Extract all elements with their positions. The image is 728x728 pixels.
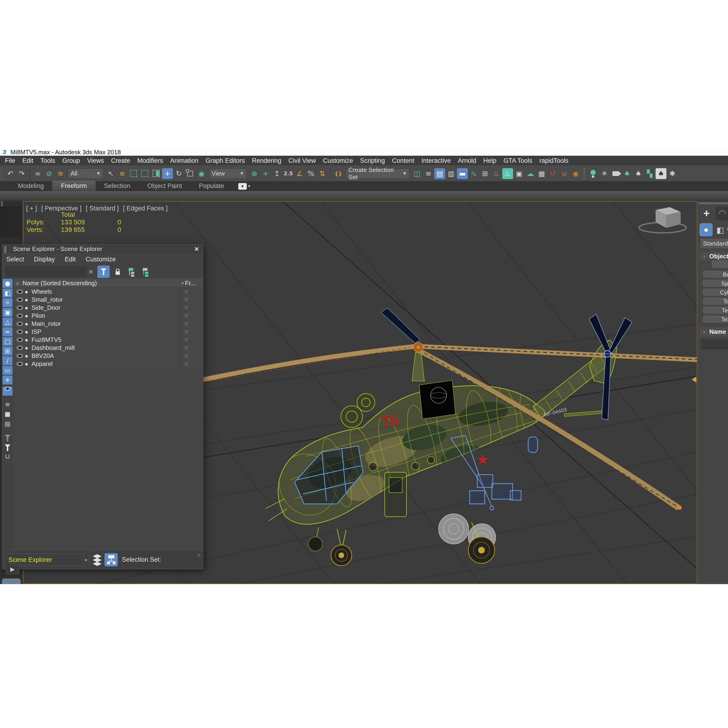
object-dot-icon[interactable]: ● xyxy=(25,321,28,327)
viewport-menu-renderer[interactable]: [ Standard ] xyxy=(86,205,119,212)
tab-selection[interactable]: Selection xyxy=(96,181,139,191)
schematic-view-icon[interactable]: ⊞ xyxy=(480,168,491,179)
container-tray-icon[interactable]: ⊔ xyxy=(3,452,12,461)
layers-icon[interactable] xyxy=(91,554,103,566)
rectangular-selection-region-icon[interactable] xyxy=(128,168,139,179)
list-item-main-rotor[interactable]: ●Main_rotor✳ xyxy=(14,320,203,328)
note-page-icon[interactable]: ▤ xyxy=(3,419,12,428)
expand-arrow-button[interactable]: ▶ xyxy=(6,564,19,575)
overflow-chevrons-icon[interactable]: » xyxy=(198,552,201,558)
visibility-eye-icon[interactable] xyxy=(17,314,23,318)
box-button[interactable]: Bo xyxy=(703,271,728,278)
lights-category-icon[interactable]: ○ xyxy=(726,225,728,236)
select-object-icon[interactable]: ↖ xyxy=(106,168,116,179)
frozen-snowflake-icon[interactable]: ✳ xyxy=(180,336,203,344)
gear-icon[interactable]: ✱ xyxy=(667,168,678,179)
tab-populate[interactable]: Populate xyxy=(190,181,232,191)
viewport-menu-shading[interactable]: [ Edged Faces ] xyxy=(123,205,167,212)
rendered-frame-window-icon[interactable]: ▣ xyxy=(514,168,525,179)
toggle-layer-explorer-icon[interactable]: ▥ xyxy=(446,168,456,179)
object-dot-icon[interactable]: ● xyxy=(25,297,28,303)
name-color-rollout[interactable]: ▼Name a xyxy=(699,327,728,336)
primitive-type-dropdown[interactable]: Standard P xyxy=(700,238,728,249)
named-selection-set-field[interactable]: Create Selection Set▼ xyxy=(346,168,410,179)
select-link-icon[interactable]: ∞ xyxy=(32,168,43,179)
clear-search-icon[interactable]: × xyxy=(86,268,96,276)
create-tab-icon[interactable]: + xyxy=(700,207,713,220)
list-item-pilon[interactable]: ●Pilon✳ xyxy=(14,312,203,320)
render-in-cloud-icon[interactable]: ☁ xyxy=(525,168,536,179)
menu-item-file[interactable]: File xyxy=(2,157,19,164)
menu-item-edit[interactable]: Edit xyxy=(19,157,37,164)
snaps-toggle-icon[interactable]: 2.5 xyxy=(283,168,294,179)
percent-snap-icon[interactable]: % xyxy=(306,168,317,179)
ribbon-collapsed-strip[interactable] xyxy=(0,191,728,201)
list-item-b8v20a[interactable]: ●B8V20A✳ xyxy=(14,352,203,360)
crossing-selection-icon[interactable] xyxy=(139,168,150,179)
menu-item-rapidtools[interactable]: rapidTools xyxy=(536,157,572,164)
frozen-snowflake-icon[interactable]: ✳ xyxy=(180,360,203,368)
object-dot-icon[interactable]: ● xyxy=(25,304,28,311)
visibility-eye-icon[interactable] xyxy=(17,298,23,302)
shapes-category-icon[interactable]: ◧ xyxy=(714,225,726,236)
select-by-name-icon[interactable]: ≡ xyxy=(117,168,128,179)
tree-list-icon[interactable]: ♠ xyxy=(633,168,644,179)
select-and-move-icon[interactable]: + xyxy=(162,168,173,179)
hierarchy-view-button[interactable] xyxy=(104,553,118,566)
list-item-dashboard-mi8[interactable]: ●Dashboard_mi8✳ xyxy=(14,344,203,352)
object-type-rollout[interactable]: ▼Object xyxy=(699,251,728,261)
geometry-category-icon[interactable]: ● xyxy=(699,223,713,236)
material-editor-icon[interactable]: ♨ xyxy=(491,168,502,179)
display-lights-icon[interactable]: ☼ xyxy=(3,298,12,307)
tree-page-icon[interactable]: ♠ xyxy=(656,168,667,179)
object-dot-icon[interactable]: ● xyxy=(25,289,28,295)
collapse-hierarchy-icon[interactable] xyxy=(140,266,152,278)
align-icon[interactable]: ≡ xyxy=(423,168,434,179)
toggle-scene-explorer-icon[interactable]: ▤ xyxy=(434,168,445,179)
menu-item-views[interactable]: Views xyxy=(84,157,107,164)
tab-freeform[interactable]: Freeform xyxy=(52,181,96,191)
menu-item-animation[interactable]: Animation xyxy=(167,157,202,164)
frozen-snowflake-icon[interactable]: ✳ xyxy=(180,312,203,320)
edit-named-selection-sets-icon[interactable]: {} xyxy=(333,168,344,179)
frozen-snowflake-icon[interactable]: ✳ xyxy=(180,328,203,336)
list-item-fuz8mtv5[interactable]: ●Fuz8MTV5✳ xyxy=(14,336,203,344)
curve-editor-icon[interactable]: ∿ xyxy=(468,168,479,179)
explorer-menu-edit[interactable]: Edit xyxy=(65,256,76,263)
visibility-eye-icon[interactable] xyxy=(17,330,23,334)
selection-filter-dropdown[interactable]: All▼ xyxy=(68,168,103,179)
expand-hierarchy-icon[interactable] xyxy=(126,266,138,278)
select-and-place-icon[interactable]: ◉ xyxy=(196,168,207,179)
window-crossing-toggle-icon[interactable] xyxy=(151,168,162,179)
visibility-eye-icon[interactable] xyxy=(17,338,23,342)
textplus-button[interactable]: Text xyxy=(703,316,728,323)
plugin-horseshoe-icon[interactable]: ∪ xyxy=(559,168,570,179)
object-dot-icon[interactable]: ● xyxy=(25,345,28,351)
menu-item-gta-tools[interactable]: GTA Tools xyxy=(500,157,536,164)
object-name-field[interactable] xyxy=(701,339,728,349)
window-grip-icon[interactable] xyxy=(4,246,6,253)
search-input[interactable] xyxy=(6,266,86,277)
app-logo-icon[interactable]: 3 xyxy=(2,149,8,155)
display-containers-icon[interactable]: ⊞ xyxy=(3,347,12,355)
render-gallery-icon[interactable]: ▦ xyxy=(536,168,547,179)
sphere-button[interactable]: Sph xyxy=(703,280,728,287)
menu-item-help[interactable]: Help xyxy=(480,157,500,164)
display-geometry-icon[interactable]: ● xyxy=(3,279,12,288)
light-bulb-icon[interactable] xyxy=(587,168,598,179)
display-objects-icon[interactable]: ▭ xyxy=(3,366,12,375)
viewcube[interactable] xyxy=(634,205,691,236)
filter-button[interactable] xyxy=(98,266,110,278)
menu-item-modifiers[interactable]: Modifiers xyxy=(134,157,167,164)
object-dot-icon[interactable]: ● xyxy=(25,353,28,359)
menu-item-group[interactable]: Group xyxy=(59,157,84,164)
forest-trees-icon[interactable]: ♠ xyxy=(622,168,632,179)
list-item-small-rotor[interactable]: ●Small_rotor✳ xyxy=(14,296,203,304)
frozen-column-header[interactable]: Fr... xyxy=(185,280,196,287)
sun-icon[interactable]: ☀ xyxy=(599,168,610,179)
filter-funnel-icon[interactable] xyxy=(3,442,12,451)
menu-item-create[interactable]: Create xyxy=(107,157,134,164)
explorer-menu-select[interactable]: Select xyxy=(6,256,24,263)
frozen-snowflake-icon[interactable]: ✳ xyxy=(180,352,203,360)
angle-snap-icon[interactable]: ∠ xyxy=(294,168,305,179)
